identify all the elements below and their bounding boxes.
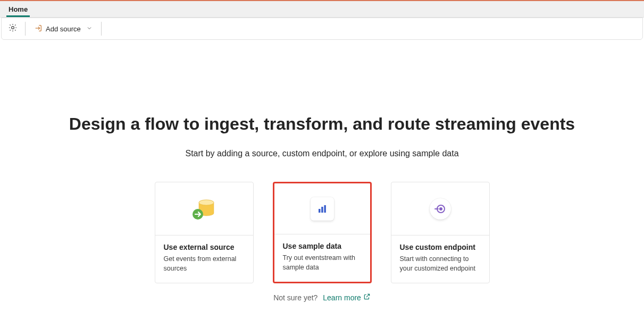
card-body: Use external source Get events from exte… [155,235,253,283]
ribbon: Home [0,1,644,18]
card-body: Use custom endpoint Start with connectin… [391,235,489,283]
card-body: Use sample data Try out eventstream with… [274,234,370,282]
card-icon-area [274,183,370,234]
tab-strip: Home [0,1,644,17]
svg-rect-5 [321,207,323,213]
main-content: Design a flow to ingest, transform, and … [0,40,644,302]
footer-prompt: Not sure yet? [273,293,317,302]
footer-line: Not sure yet? Learn more [0,293,644,302]
svg-rect-4 [319,209,321,213]
svg-point-8 [440,208,442,210]
toolbar-separator [25,22,26,36]
learn-more-link[interactable]: Learn more [323,293,371,302]
card-desc: Try out eventstream with sample data [283,254,362,272]
add-source-icon [34,24,43,34]
endpoint-icon [430,198,451,220]
card-icon-area [155,182,253,235]
settings-button[interactable] [5,21,21,37]
card-use-sample-data[interactable]: Use sample data Try out eventstream with… [273,182,372,283]
toolbar: Add source [1,18,643,40]
database-arrow-icon [190,196,218,222]
svg-rect-6 [324,205,326,213]
svg-point-0 [12,27,14,29]
tab-home[interactable]: Home [6,2,30,17]
learn-more-label: Learn more [323,293,361,302]
chevron-down-icon [86,25,93,33]
svg-point-2 [199,200,214,205]
card-use-custom-endpoint[interactable]: Use custom endpoint Start with connectin… [391,182,490,283]
page-title: Design a flow to ingest, transform, and … [0,114,644,134]
card-desc: Get events from external sources [164,255,245,273]
option-cards: Use external source Get events from exte… [0,182,644,283]
card-icon-area [391,182,489,235]
add-source-label: Add source [46,25,81,33]
toolbar-separator [101,22,102,36]
card-title: Use sample data [283,242,362,250]
add-source-button[interactable]: Add source [30,22,97,36]
page-subtitle: Start by adding a source, custom endpoin… [0,149,644,158]
card-desc: Start with connecting to your customized… [400,255,481,273]
gear-icon [8,23,18,35]
card-title: Use external source [164,243,245,251]
external-link-icon [363,293,371,302]
card-use-external-source[interactable]: Use external source Get events from exte… [155,182,254,283]
bar-chart-icon [311,197,334,221]
card-title: Use custom endpoint [400,243,481,251]
